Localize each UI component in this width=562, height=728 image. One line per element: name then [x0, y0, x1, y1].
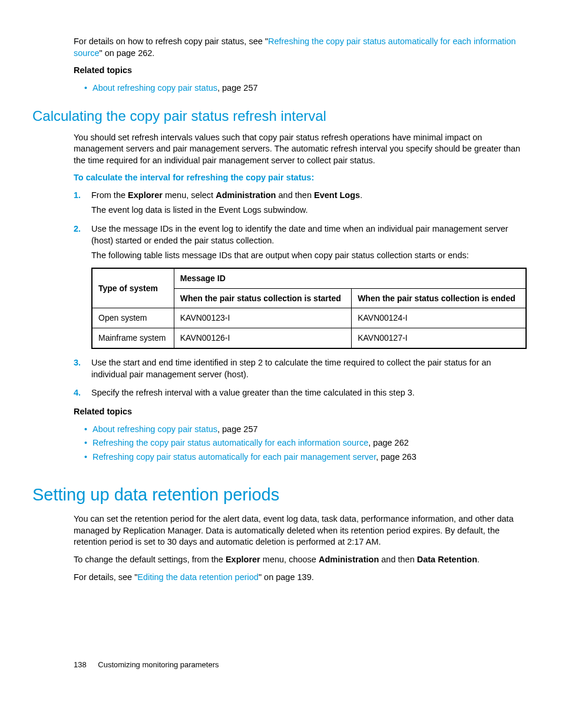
step1-text: and then: [276, 190, 314, 200]
col-start: When the pair status collection is start…: [174, 288, 351, 308]
table-header-row: Type of system Message ID: [92, 268, 526, 288]
cell-end: KAVN00127-I: [352, 328, 526, 348]
administration-label-2: Administration: [319, 555, 379, 564]
p3-post: " on page 139.: [259, 572, 314, 582]
intro-pre: For details on how to refresh copy pair …: [74, 37, 268, 46]
list-item: Refreshing copy pair status automaticall…: [84, 452, 527, 463]
link-tail: , page 257: [217, 83, 258, 93]
step1-sub: The event log data is listed in the Even…: [91, 205, 527, 216]
intro-paragraph: For details on how to refresh copy pair …: [74, 36, 527, 59]
p2-text: .: [477, 555, 480, 564]
link-about-refreshing-2[interactable]: About refreshing copy pair status: [92, 424, 217, 434]
procedure-list: From the Explorer menu, select Administr…: [74, 190, 527, 399]
intro-post: " on page 262.: [100, 48, 155, 58]
list-item: About refreshing copy pair status, page …: [84, 424, 527, 436]
link-refresh-info-source-2[interactable]: Refreshing the copy pair status automati…: [92, 438, 368, 447]
p2-text: To change the default settings, from the: [74, 555, 226, 564]
step2-sub: The following table lists message IDs th…: [91, 250, 527, 262]
step1-text: menu, select: [163, 190, 216, 200]
heading-data-retention: Setting up data retention periods: [32, 483, 527, 506]
cell-type: Open system: [92, 308, 174, 328]
step1-text: .: [360, 190, 362, 200]
page-number: 138: [74, 660, 87, 669]
link-editing-retention[interactable]: Editing the data retention period: [137, 572, 259, 582]
heading-calc-interval: Calculating the copy pair status refresh…: [32, 107, 527, 126]
step2-text: Use the message IDs in the event log to …: [91, 224, 508, 245]
message-id-table: Type of system Message ID When the pair …: [91, 268, 527, 350]
link-about-refreshing[interactable]: About refreshing copy pair status: [92, 83, 217, 93]
link-tail: , page 257: [217, 424, 258, 434]
col-type: Type of system: [92, 268, 174, 308]
related-topics-heading-2: Related topics: [74, 406, 527, 418]
p3-pre: For details, see ": [74, 572, 137, 582]
related-topics-list-1: About refreshing copy pair status, page …: [74, 83, 527, 94]
event-logs-label: Event Logs: [314, 190, 360, 200]
cell-start: KAVN00126-I: [174, 328, 351, 348]
link-refresh-pair-mgmt[interactable]: Refreshing copy pair status automaticall…: [92, 452, 376, 462]
step-4: Specify the refresh interval with a valu…: [74, 387, 527, 399]
step1-text: From the: [91, 190, 128, 200]
cell-type: Mainframe system: [92, 328, 174, 348]
link-tail: , page 263: [376, 452, 416, 462]
table-row: Open system KAVN00123-I KAVN00124-I: [92, 308, 526, 328]
list-item: About refreshing copy pair status, page …: [84, 83, 527, 94]
step-1: From the Explorer menu, select Administr…: [74, 190, 527, 216]
step-2: Use the message IDs in the event log to …: [74, 223, 527, 349]
related-topics-list-2: About refreshing copy pair status, page …: [74, 424, 527, 463]
col-end: When the pair status collection is ended: [352, 288, 526, 308]
step-3: Use the start and end time identified in…: [74, 357, 527, 380]
page-footer: 138 Customizing monitoring parameters: [74, 660, 527, 670]
calc-intro-para: You should set refresh intervals values …: [74, 132, 527, 167]
link-tail: , page 262: [368, 438, 409, 447]
administration-label: Administration: [216, 190, 276, 200]
explorer-label: Explorer: [128, 190, 163, 200]
p2-text: and then: [379, 555, 417, 564]
list-item: Refreshing the copy pair status automati…: [84, 437, 527, 449]
table-row: Mainframe system KAVN00126-I KAVN00127-I: [92, 328, 526, 348]
cell-start: KAVN00123-I: [174, 308, 351, 328]
retention-para1: You can set the retention period for the…: [74, 513, 527, 548]
col-msgid: Message ID: [174, 268, 526, 288]
chapter-title: Customizing monitoring parameters: [98, 660, 219, 669]
related-topics-heading-1: Related topics: [74, 65, 527, 77]
data-retention-label: Data Retention: [417, 555, 477, 564]
cell-end: KAVN00124-I: [352, 308, 526, 328]
p2-text: menu, choose: [260, 555, 319, 564]
procedure-title: To calculate the interval for refreshing…: [74, 172, 527, 184]
retention-para3: For details, see "Editing the data reten…: [74, 572, 527, 584]
explorer-label-2: Explorer: [226, 555, 260, 564]
retention-para2: To change the default settings, from the…: [74, 554, 527, 566]
